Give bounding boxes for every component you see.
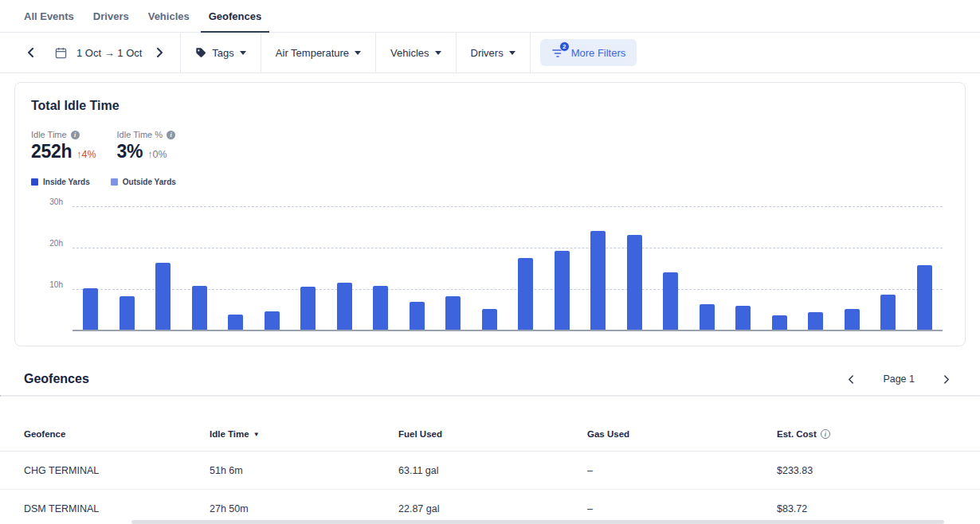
chart-bar-slot (907, 199, 943, 330)
pagination: Page 1 (841, 370, 956, 389)
cell-gas-used: – (587, 503, 777, 514)
tab-geofences[interactable]: Geofences (201, 1, 269, 33)
chart-bar[interactable] (627, 235, 642, 330)
column-header-gas-used[interactable]: Gas Used (587, 429, 777, 439)
date-next-button[interactable] (150, 43, 169, 62)
metric-label: Idle Time % (117, 130, 163, 139)
chart-bar[interactable] (518, 258, 533, 330)
column-header-geofence[interactable]: Geofence (24, 429, 210, 439)
chart-bar[interactable] (845, 309, 860, 330)
y-tick-30h: 30h (31, 197, 63, 206)
chart-bar-slot (254, 199, 291, 330)
calendar-icon (51, 43, 70, 62)
tags-dropdown-label: Tags (212, 47, 233, 59)
chevron-down-icon (509, 51, 515, 55)
chart-bar[interactable] (482, 309, 497, 330)
chart-legend: Inside Yards Outside Yards (31, 178, 949, 186)
filter-divider (530, 33, 531, 72)
metric-label: Idle Time (31, 130, 67, 139)
chart-plot (73, 199, 943, 331)
chart-bar-slot (73, 199, 109, 330)
chart-bar[interactable] (373, 286, 388, 330)
chart-bar-slot (435, 199, 472, 330)
chart-bar[interactable] (735, 306, 751, 330)
chart-bar-slot (762, 199, 798, 330)
chart-bar[interactable] (445, 296, 461, 330)
legend-item-inside-yards: Inside Yards (31, 178, 90, 186)
legend-swatch-outside-yards (111, 178, 118, 186)
chart-bar[interactable] (880, 295, 896, 330)
chart-bar[interactable] (772, 315, 787, 330)
date-range-value[interactable]: 1 Oct → 1 Oct (76, 47, 142, 59)
tags-dropdown[interactable]: Tags (192, 42, 249, 64)
column-header-idle-time[interactable]: Idle Time ▼ (210, 429, 398, 439)
chevron-down-icon (435, 51, 441, 55)
filter-bar: 1 Oct → 1 Oct Tags Air Temperature Vehic… (0, 33, 980, 73)
tab-vehicles[interactable]: Vehicles (140, 1, 198, 33)
drivers-dropdown-label: Drivers (471, 47, 504, 59)
column-header-fuel-used[interactable]: Fuel Used (398, 429, 587, 439)
chart-bar-slot (327, 199, 363, 330)
date-prev-button[interactable] (21, 43, 40, 62)
chart-bar[interactable] (337, 283, 352, 330)
table-row[interactable]: CHG TERMINAL 51h 6m 63.11 gal – $233.83 (0, 452, 980, 490)
horizontal-scrollbar[interactable] (131, 520, 944, 524)
date-range-picker: 1 Oct → 1 Oct (0, 33, 180, 72)
chart-bar[interactable] (663, 272, 678, 330)
cell-gas-used: – (587, 465, 777, 476)
chart-bar[interactable] (700, 304, 715, 330)
metric-idle-time-pct: Idle Time % i 3% ↑0% (117, 130, 175, 162)
chart-bar-slot (689, 199, 726, 330)
chart-bar-slot (109, 199, 146, 330)
chart-bar-slot (580, 199, 617, 330)
chart-bar[interactable] (808, 312, 823, 330)
info-icon[interactable]: i (167, 131, 175, 139)
chart-bar[interactable] (265, 311, 280, 330)
metric-idle-time: Idle Time i 252h ↑4% (31, 130, 96, 162)
metrics-row: Idle Time i 252h ↑4% Idle Time % i 3% ↑0… (31, 130, 949, 162)
page-prev-button[interactable] (841, 370, 860, 389)
cell-fuel-used: 22.87 gal (398, 503, 587, 514)
card-title: Total Idle Time (31, 99, 949, 113)
info-icon[interactable]: i (821, 429, 830, 439)
chart-bar[interactable] (192, 286, 207, 330)
chart-bar-slot (617, 199, 653, 330)
vehicles-dropdown[interactable]: Vehicles (387, 42, 444, 64)
table-row[interactable]: DSM TERMINAL 27h 50m 22.87 gal – $83.72 (0, 490, 980, 524)
top-tab-bar: All Events Drivers Vehicles Geofences (0, 0, 980, 33)
chart-bar-slot (834, 199, 871, 330)
air-temperature-dropdown[interactable]: Air Temperature (272, 42, 364, 64)
drivers-dropdown[interactable]: Drivers (468, 42, 519, 64)
chart-bar-slot (182, 199, 218, 330)
chart-bar[interactable] (228, 315, 243, 330)
metric-value: 252h (31, 141, 72, 162)
chart-bar-slot (290, 199, 327, 330)
chart-bar[interactable] (83, 288, 98, 330)
chart-bar[interactable] (120, 296, 135, 330)
chart-bar-slot (653, 199, 689, 330)
column-header-est-cost[interactable]: Est. Cost i (777, 429, 980, 439)
chart-bar[interactable] (555, 251, 570, 330)
chart-bar-slot (472, 199, 508, 330)
page-next-button[interactable] (937, 370, 956, 389)
cell-idle-time: 51h 6m (210, 465, 398, 476)
legend-swatch-inside-yards (31, 178, 38, 186)
page-label: Page 1 (883, 373, 915, 385)
chart-bar-slot (544, 199, 581, 330)
geofences-title: Geofences (24, 372, 89, 386)
chart-bar[interactable] (300, 287, 316, 330)
legend-label: Outside Yards (123, 178, 176, 186)
chart-bar[interactable] (155, 263, 171, 330)
chart-bar[interactable] (410, 302, 425, 330)
table-header-row: Geofence Idle Time ▼ Fuel Used Gas Used … (0, 397, 980, 452)
tab-all-events[interactable]: All Events (16, 1, 82, 33)
info-icon[interactable]: i (71, 131, 80, 139)
chart-bar[interactable] (917, 265, 932, 330)
chart-bar[interactable] (590, 231, 606, 330)
cell-est-cost: $233.83 (777, 465, 980, 476)
air-temperature-dropdown-label: Air Temperature (276, 47, 349, 59)
chart-bar-slot (725, 199, 762, 330)
more-filters-button[interactable]: 2 More Filters (540, 39, 637, 66)
chart-bar-slot (870, 199, 907, 330)
tab-drivers[interactable]: Drivers (85, 1, 137, 33)
